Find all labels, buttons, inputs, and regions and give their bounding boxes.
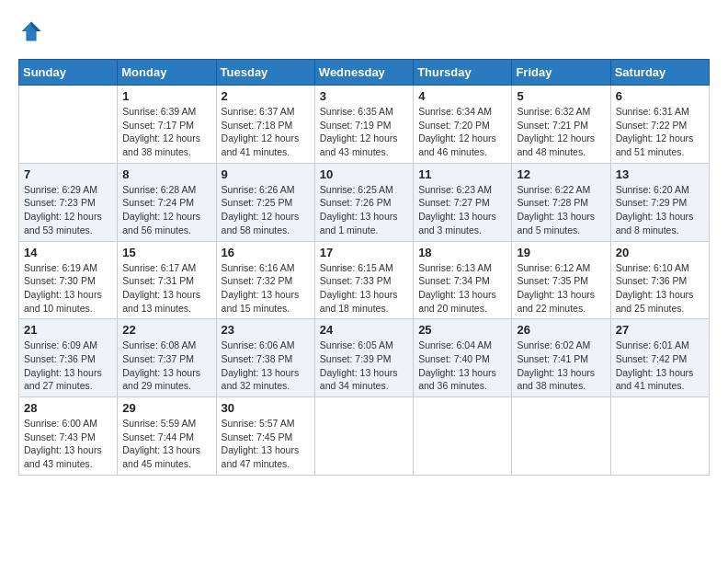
day-number: 19 bbox=[517, 246, 605, 259]
weekday-header: Thursday bbox=[414, 60, 512, 86]
day-number: 4 bbox=[418, 89, 506, 103]
day-number: 21 bbox=[24, 323, 112, 337]
calendar-table: SundayMondayTuesdayWednesdayThursdayFrid… bbox=[18, 59, 710, 476]
day-info: Sunrise: 6:01 AMSunset: 7:42 PMDaylight:… bbox=[616, 339, 704, 393]
calendar-cell: 18Sunrise: 6:13 AMSunset: 7:34 PMDayligh… bbox=[414, 241, 512, 319]
day-info: Sunrise: 6:35 AMSunset: 7:19 PMDaylight:… bbox=[320, 105, 408, 159]
calendar-cell: 13Sunrise: 6:20 AMSunset: 7:29 PMDayligh… bbox=[610, 163, 709, 241]
day-info: Sunrise: 6:20 AMSunset: 7:29 PMDaylight:… bbox=[616, 183, 704, 237]
day-number: 16 bbox=[222, 246, 310, 259]
day-number: 12 bbox=[517, 167, 605, 181]
day-info: Sunrise: 6:09 AMSunset: 7:36 PMDaylight:… bbox=[24, 339, 112, 393]
calendar-cell: 15Sunrise: 6:17 AMSunset: 7:31 PMDayligh… bbox=[118, 241, 216, 319]
day-number: 20 bbox=[616, 246, 704, 259]
day-info: Sunrise: 6:05 AMSunset: 7:39 PMDaylight:… bbox=[320, 339, 408, 393]
day-info: Sunrise: 6:17 AMSunset: 7:31 PMDaylight:… bbox=[122, 261, 210, 316]
day-info: Sunrise: 6:28 AMSunset: 7:24 PMDaylight:… bbox=[122, 183, 210, 237]
day-info: Sunrise: 6:34 AMSunset: 7:20 PMDaylight:… bbox=[418, 105, 506, 159]
calendar-cell: 17Sunrise: 6:15 AMSunset: 7:33 PMDayligh… bbox=[314, 241, 413, 319]
day-info: Sunrise: 6:00 AMSunset: 7:43 PMDaylight:… bbox=[24, 417, 112, 471]
calendar-week-row: 7Sunrise: 6:29 AMSunset: 7:23 PMDaylight… bbox=[19, 163, 710, 241]
weekday-header: Sunday bbox=[19, 60, 118, 86]
weekday-header: Monday bbox=[118, 60, 216, 86]
day-info: Sunrise: 6:31 AMSunset: 7:22 PMDaylight:… bbox=[616, 105, 704, 159]
day-info: Sunrise: 6:16 AMSunset: 7:32 PMDaylight:… bbox=[222, 261, 310, 316]
calendar-cell bbox=[512, 397, 610, 476]
calendar-cell: 6Sunrise: 6:31 AMSunset: 7:22 PMDaylight… bbox=[610, 86, 709, 164]
calendar-cell: 23Sunrise: 6:06 AMSunset: 7:38 PMDayligh… bbox=[216, 319, 314, 397]
day-number: 25 bbox=[418, 323, 506, 337]
calendar-cell: 5Sunrise: 6:32 AMSunset: 7:21 PMDaylight… bbox=[512, 86, 610, 164]
calendar-cell: 21Sunrise: 6:09 AMSunset: 7:36 PMDayligh… bbox=[19, 319, 118, 397]
day-info: Sunrise: 6:04 AMSunset: 7:40 PMDaylight:… bbox=[418, 339, 506, 393]
calendar-cell: 9Sunrise: 6:26 AMSunset: 7:25 PMDaylight… bbox=[216, 163, 314, 241]
calendar-cell bbox=[414, 397, 512, 476]
calendar-week-row: 14Sunrise: 6:19 AMSunset: 7:30 PMDayligh… bbox=[19, 241, 710, 319]
calendar-header-row: SundayMondayTuesdayWednesdayThursdayFrid… bbox=[19, 60, 710, 86]
calendar-cell: 7Sunrise: 6:29 AMSunset: 7:23 PMDaylight… bbox=[19, 163, 118, 241]
day-number: 18 bbox=[418, 246, 506, 259]
day-number: 27 bbox=[616, 323, 704, 337]
calendar-cell: 27Sunrise: 6:01 AMSunset: 7:42 PMDayligh… bbox=[610, 319, 709, 397]
day-number: 24 bbox=[320, 323, 408, 337]
day-number: 29 bbox=[122, 401, 210, 415]
day-number: 30 bbox=[222, 401, 310, 415]
day-info: Sunrise: 6:19 AMSunset: 7:30 PMDaylight:… bbox=[24, 261, 112, 316]
day-info: Sunrise: 6:23 AMSunset: 7:27 PMDaylight:… bbox=[418, 183, 506, 237]
calendar-cell: 8Sunrise: 6:28 AMSunset: 7:24 PMDaylight… bbox=[118, 163, 216, 241]
day-number: 22 bbox=[122, 323, 210, 337]
calendar-cell bbox=[610, 397, 709, 476]
page-header bbox=[18, 18, 710, 44]
calendar-cell: 20Sunrise: 6:10 AMSunset: 7:36 PMDayligh… bbox=[610, 241, 709, 319]
calendar-cell: 1Sunrise: 6:39 AMSunset: 7:17 PMDaylight… bbox=[118, 86, 216, 164]
calendar-cell: 25Sunrise: 6:04 AMSunset: 7:40 PMDayligh… bbox=[414, 319, 512, 397]
day-info: Sunrise: 6:08 AMSunset: 7:37 PMDaylight:… bbox=[122, 339, 210, 393]
calendar-cell: 19Sunrise: 6:12 AMSunset: 7:35 PMDayligh… bbox=[512, 241, 610, 319]
calendar-cell: 2Sunrise: 6:37 AMSunset: 7:18 PMDaylight… bbox=[216, 86, 314, 164]
calendar-cell: 3Sunrise: 6:35 AMSunset: 7:19 PMDaylight… bbox=[314, 86, 413, 164]
calendar-cell: 12Sunrise: 6:22 AMSunset: 7:28 PMDayligh… bbox=[512, 163, 610, 241]
calendar-week-row: 28Sunrise: 6:00 AMSunset: 7:43 PMDayligh… bbox=[19, 397, 710, 476]
day-info: Sunrise: 5:59 AMSunset: 7:44 PMDaylight:… bbox=[122, 417, 210, 471]
day-info: Sunrise: 6:29 AMSunset: 7:23 PMDaylight:… bbox=[24, 183, 112, 237]
day-number: 5 bbox=[517, 89, 605, 103]
day-info: Sunrise: 6:02 AMSunset: 7:41 PMDaylight:… bbox=[517, 339, 605, 393]
day-info: Sunrise: 6:12 AMSunset: 7:35 PMDaylight:… bbox=[517, 261, 605, 316]
calendar-week-row: 21Sunrise: 6:09 AMSunset: 7:36 PMDayligh… bbox=[19, 319, 710, 397]
day-info: Sunrise: 6:39 AMSunset: 7:17 PMDaylight:… bbox=[122, 105, 210, 159]
calendar-cell: 11Sunrise: 6:23 AMSunset: 7:27 PMDayligh… bbox=[414, 163, 512, 241]
day-number: 26 bbox=[517, 323, 605, 337]
day-info: Sunrise: 6:13 AMSunset: 7:34 PMDaylight:… bbox=[418, 261, 506, 316]
day-info: Sunrise: 6:26 AMSunset: 7:25 PMDaylight:… bbox=[222, 183, 310, 237]
day-info: Sunrise: 6:25 AMSunset: 7:26 PMDaylight:… bbox=[320, 183, 408, 237]
calendar-cell: 24Sunrise: 6:05 AMSunset: 7:39 PMDayligh… bbox=[314, 319, 413, 397]
weekday-header: Saturday bbox=[610, 60, 709, 86]
calendar-cell: 4Sunrise: 6:34 AMSunset: 7:20 PMDaylight… bbox=[414, 86, 512, 164]
day-number: 7 bbox=[24, 167, 112, 181]
weekday-header: Wednesday bbox=[314, 60, 413, 86]
day-number: 10 bbox=[320, 167, 408, 181]
calendar-week-row: 1Sunrise: 6:39 AMSunset: 7:17 PMDaylight… bbox=[19, 86, 710, 164]
day-info: Sunrise: 6:37 AMSunset: 7:18 PMDaylight:… bbox=[222, 105, 310, 159]
day-number: 2 bbox=[222, 89, 310, 103]
day-number: 13 bbox=[616, 167, 704, 181]
logo bbox=[18, 18, 48, 44]
calendar-cell bbox=[19, 86, 118, 164]
calendar-cell: 14Sunrise: 6:19 AMSunset: 7:30 PMDayligh… bbox=[19, 241, 118, 319]
day-info: Sunrise: 6:10 AMSunset: 7:36 PMDaylight:… bbox=[616, 261, 704, 316]
calendar-cell: 16Sunrise: 6:16 AMSunset: 7:32 PMDayligh… bbox=[216, 241, 314, 319]
calendar-cell: 10Sunrise: 6:25 AMSunset: 7:26 PMDayligh… bbox=[314, 163, 413, 241]
day-number: 15 bbox=[122, 246, 210, 259]
day-number: 8 bbox=[122, 167, 210, 181]
day-info: Sunrise: 6:15 AMSunset: 7:33 PMDaylight:… bbox=[320, 261, 408, 316]
calendar-cell: 28Sunrise: 6:00 AMSunset: 7:43 PMDayligh… bbox=[19, 397, 118, 476]
day-number: 9 bbox=[222, 167, 310, 181]
day-number: 1 bbox=[122, 89, 210, 103]
day-number: 11 bbox=[418, 167, 506, 181]
logo-icon bbox=[18, 18, 44, 44]
day-number: 23 bbox=[222, 323, 310, 337]
day-number: 14 bbox=[24, 246, 112, 259]
day-info: Sunrise: 6:06 AMSunset: 7:38 PMDaylight:… bbox=[222, 339, 310, 393]
calendar-cell: 22Sunrise: 6:08 AMSunset: 7:37 PMDayligh… bbox=[118, 319, 216, 397]
day-number: 17 bbox=[320, 246, 408, 259]
